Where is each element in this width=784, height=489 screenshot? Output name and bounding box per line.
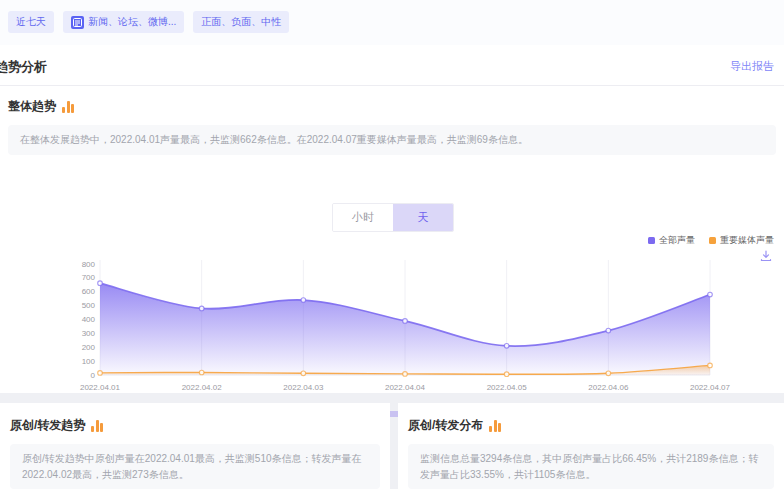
legend-label-all-volume: 全部声量 xyxy=(659,234,695,247)
bar-chart-icon xyxy=(489,420,501,432)
overall-trend-section-header: 整体趋势 xyxy=(8,98,784,115)
sentiment-trend-page: 近七天 新闻、论坛、微博... 正面、负面、中性 趋势分析 导出报告 整体趋势 … xyxy=(0,0,784,489)
chart-point[interactable] xyxy=(606,328,611,333)
granularity-toggle: 小时 天 xyxy=(332,203,454,232)
chart-point[interactable] xyxy=(199,370,204,375)
legend-label-media-volume: 重要媒体声量 xyxy=(720,234,774,247)
time-range-label: 近七天 xyxy=(16,15,46,29)
x-axis-tick-label: 2022.04.05 xyxy=(487,383,528,392)
card-header: 趋势分析 导出报告 xyxy=(0,45,784,86)
filter-chips: 近七天 新闻、论坛、微博... 正面、负面、中性 xyxy=(8,11,289,33)
media-filter-chip[interactable]: 新闻、论坛、微博... xyxy=(63,11,184,33)
original-repost-trend-card: 原创/转发趋势 原创/转发趋势中原创声量在2022.04.01最高，共监测510… xyxy=(0,403,390,489)
sentiment-filter-chip[interactable]: 正面、负面、中性 xyxy=(193,11,289,33)
x-axis-tick-label: 2022.04.01 xyxy=(80,383,121,392)
y-axis-tick-label: 100 xyxy=(82,357,96,366)
y-axis-tick-label: 300 xyxy=(82,329,96,338)
x-axis-tick-label: 2022.04.07 xyxy=(690,383,731,392)
trend-area-chart: 01002003004005006007008002022.04.012022.… xyxy=(0,250,784,405)
chart-legend: 全部声量 重要媒体声量 xyxy=(648,234,774,247)
card-section-header: 原创/转发趋势 xyxy=(10,417,390,434)
chart-point[interactable] xyxy=(98,371,103,376)
y-axis-tick-label: 400 xyxy=(82,315,96,324)
time-range-chip[interactable]: 近七天 xyxy=(8,11,54,33)
media-icon xyxy=(71,16,84,29)
chart-point[interactable] xyxy=(301,298,306,303)
x-axis-tick-label: 2022.04.02 xyxy=(182,383,223,392)
y-axis-tick-label: 200 xyxy=(82,343,96,352)
y-axis-tick-label: 600 xyxy=(82,287,96,296)
original-repost-trend-title: 原创/转发趋势 xyxy=(10,417,85,434)
original-repost-distribution-summary: 监测信息总量3294条信息，其中原创声量占比66.45%，共计2189条信息；转… xyxy=(408,444,774,489)
overall-trend-summary: 在整体发展趋势中，2022.04.01声量最高，共监测662条信息。在2022.… xyxy=(8,125,776,155)
chart-point[interactable] xyxy=(199,306,204,311)
x-axis-tick-label: 2022.04.04 xyxy=(385,383,426,392)
chart-point[interactable] xyxy=(98,281,103,286)
original-repost-distribution-card: 原创/转发分布 监测信息总量3294条信息，其中原创声量占比66.45%，共计2… xyxy=(398,403,784,489)
chart-point[interactable] xyxy=(708,363,713,368)
chart-point[interactable] xyxy=(403,319,408,324)
chart-point[interactable] xyxy=(504,372,509,377)
y-axis-tick-label: 700 xyxy=(82,273,96,282)
legend-item-all-volume[interactable]: 全部声量 xyxy=(648,234,695,247)
export-report-link[interactable]: 导出报告 xyxy=(730,59,774,74)
trend-analysis-card: 趋势分析 导出报告 整体趋势 在整体发展趋势中，2022.04.01声量最高，共… xyxy=(0,45,784,393)
legend-item-media-volume[interactable]: 重要媒体声量 xyxy=(709,234,774,247)
y-axis-tick-label: 0 xyxy=(91,371,96,380)
chart-point[interactable] xyxy=(301,371,306,376)
toggle-hour-button[interactable]: 小时 xyxy=(333,204,393,231)
media-filter-label: 新闻、论坛、微博... xyxy=(88,15,176,29)
chart-point[interactable] xyxy=(708,292,713,297)
bar-chart-icon xyxy=(62,101,74,113)
card-section-header: 原创/转发分布 xyxy=(408,417,784,434)
chart-point[interactable] xyxy=(403,372,408,377)
y-axis-tick-label: 800 xyxy=(82,260,96,269)
legend-marker-purple xyxy=(648,237,655,244)
bar-chart-icon xyxy=(91,420,103,432)
x-axis-tick-label: 2022.04.06 xyxy=(588,383,629,392)
x-axis-tick-label: 2022.04.03 xyxy=(283,383,324,392)
y-axis-tick-label: 500 xyxy=(82,301,96,310)
legend-marker-orange xyxy=(709,237,716,244)
overall-trend-title: 整体趋势 xyxy=(8,98,56,115)
sentiment-filter-label: 正面、负面、中性 xyxy=(201,15,281,29)
toggle-day-button[interactable]: 天 xyxy=(393,204,453,231)
page-title: 趋势分析 xyxy=(0,58,47,76)
original-repost-distribution-title: 原创/转发分布 xyxy=(408,417,483,434)
chart-point[interactable] xyxy=(504,344,509,349)
filter-strip: 近七天 新闻、论坛、微博... 正面、负面、中性 xyxy=(0,0,784,45)
original-repost-trend-summary: 原创/转发趋势中原创声量在2022.04.01最高，共监测510条信息；转发声量… xyxy=(10,444,380,489)
chart-point[interactable] xyxy=(606,371,611,376)
